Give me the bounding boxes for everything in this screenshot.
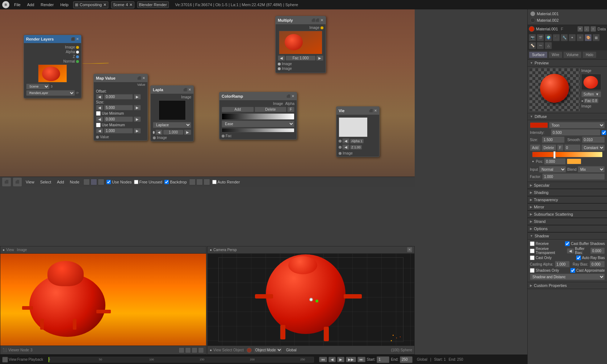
material-item-1[interactable]: Material.001: [529, 10, 606, 17]
backdrop-icon-3[interactable]: [204, 179, 210, 185]
compositing-tab[interactable]: ⊞ Compositing ✕: [73, 1, 108, 8]
offset-input[interactable]: [104, 94, 133, 100]
view-icon-3[interactable]: [192, 347, 197, 353]
props-icon-world[interactable]: 🌍: [545, 34, 552, 41]
options-section-header[interactable]: ▶ Options: [528, 225, 607, 232]
renderer-select[interactable]: Blender Render: [137, 1, 169, 8]
shadow-section-header[interactable]: ▼ Shadow: [528, 232, 607, 240]
blend-select[interactable]: Mix: [578, 166, 605, 173]
laplace-type-select[interactable]: Laplace: [153, 122, 191, 128]
size-input[interactable]: [104, 105, 133, 110]
props-icon-physics[interactable]: ⚛: [577, 34, 584, 41]
max-input[interactable]: [104, 128, 133, 134]
use-nodes-toggle[interactable]: Use Nodes: [106, 180, 131, 184]
play-btn[interactable]: ⏮: [319, 357, 327, 362]
offset-inc[interactable]: ▶: [134, 94, 141, 100]
scene-tab[interactable]: Scene 4 ✕: [111, 1, 134, 8]
play-fwd-btn[interactable]: ▶: [337, 357, 344, 362]
max-dec[interactable]: ◀: [96, 128, 103, 134]
auto-ray-bias-checkbox[interactable]: Auto Ray Bias: [576, 255, 605, 260]
auto-render-toggle[interactable]: Auto Render: [212, 180, 240, 184]
transparency-section-header[interactable]: ▶ Transparency: [528, 196, 607, 203]
pos-input[interactable]: [544, 158, 566, 165]
offset-dec[interactable]: ◀: [96, 94, 103, 100]
use-max-checkbox[interactable]: [96, 123, 101, 127]
smooth-input[interactable]: [582, 136, 605, 143]
free-unused-toggle[interactable]: Free Unused: [134, 180, 163, 184]
scene-select[interactable]: Scene: [26, 84, 50, 89]
size-dec[interactable]: ◀: [96, 105, 103, 110]
next-frame-btn[interactable]: ▶▶: [346, 357, 356, 362]
node-view-icon[interactable]: ⬛: [13, 178, 22, 186]
timeline-icon[interactable]: [2, 357, 8, 363]
props-icon-render[interactable]: 🎬: [537, 34, 544, 41]
casting-alpha-input[interactable]: [555, 261, 570, 267]
diffuse-section-header[interactable]: ▼ Diffuse: [528, 113, 607, 120]
tab-surface[interactable]: Surface: [529, 51, 548, 58]
receive-transparent-checkbox[interactable]: Receive Transparent: [530, 247, 565, 255]
cast-buffer-shadows-checkbox[interactable]: Cast Buffer Shadows: [565, 241, 605, 246]
diffuse-color-swatch[interactable]: [530, 122, 548, 128]
ramp-color-box[interactable]: [567, 158, 581, 164]
node-select-menu[interactable]: Select: [38, 179, 53, 185]
custom-props-section-header[interactable]: ▶ Custom Properties: [528, 282, 607, 289]
fac-inc[interactable]: ▶: [184, 130, 191, 135]
prev-frame-btn[interactable]: ◀: [328, 357, 336, 362]
shadow-distance-select[interactable]: Shadow and Distanc: [530, 274, 605, 280]
alpha-dec[interactable]: ◀: [342, 138, 349, 144]
fac-dec-multiply[interactable]: ◀: [278, 55, 285, 61]
mat-add-icon[interactable]: +: [577, 26, 583, 32]
tab-volume[interactable]: Volume: [563, 51, 582, 58]
ramp-toggle[interactable]: Ramp: [602, 130, 607, 135]
diffuse-type-select[interactable]: Toon: [549, 122, 605, 128]
preview-section-header[interactable]: ▼ Preview: [528, 59, 607, 67]
toolbar-icon-2[interactable]: [91, 179, 97, 185]
node-mode-icon[interactable]: ⬛: [2, 178, 11, 186]
sss-section-header[interactable]: ▶ Subsurface Scattering: [528, 211, 607, 218]
end-frame-input[interactable]: [400, 356, 413, 363]
props-icon-curve[interactable]: 〜: [537, 42, 544, 49]
start-frame-input[interactable]: [377, 356, 389, 363]
ease-select[interactable]: Ease: [222, 120, 294, 127]
colorramp-add[interactable]: Add: [222, 107, 254, 112]
soften-btn[interactable]: Soften ▼: [581, 91, 601, 97]
ramp-val-input[interactable]: [564, 144, 581, 151]
mat-copy-icon[interactable]: ↑: [590, 26, 596, 32]
tab-wire[interactable]: Wire: [548, 51, 562, 58]
mirror-section-header[interactable]: ▶ Mirror: [528, 203, 607, 211]
specular-section-header[interactable]: ▶ Specular: [528, 182, 607, 189]
material-item-2[interactable]: Material.002: [529, 17, 606, 24]
camera-close-btn[interactable]: ✕: [407, 247, 412, 252]
toolbar-icon-3[interactable]: [98, 179, 104, 185]
intensity-input[interactable]: [551, 129, 600, 136]
backdrop-icon-1[interactable]: [189, 179, 196, 185]
props-icon-bone[interactable]: 🦴: [529, 42, 536, 49]
tab-halo[interactable]: Halo: [582, 51, 596, 58]
menu-help[interactable]: Help: [58, 2, 70, 8]
props-icon-camera[interactable]: 📷: [529, 34, 536, 41]
ramp-f-btn[interactable]: F: [557, 144, 564, 151]
ramp-delete-btn[interactable]: Delete: [541, 144, 556, 151]
view-icon-1[interactable]: [179, 347, 184, 353]
props-icon-mesh[interactable]: △: [545, 42, 552, 49]
view-icon-4[interactable]: [198, 347, 204, 353]
props-icon-texture[interactable]: ▦: [593, 34, 600, 41]
timeline-ruler[interactable]: 0 50 100 150 200 250: [48, 357, 314, 363]
menu-render[interactable]: Render: [39, 2, 55, 8]
ray-bias-input[interactable]: [590, 261, 605, 267]
buffer-bias-dec[interactable]: ◀: [567, 248, 574, 254]
receive-checkbox[interactable]: Receive: [530, 241, 549, 246]
buffer-bias-input[interactable]: [590, 247, 605, 254]
end-frame-btn[interactable]: ⏭: [357, 357, 365, 362]
use-min-checkbox[interactable]: [96, 111, 101, 116]
object-mode-select[interactable]: Object Mode: [253, 347, 282, 353]
mat-del-icon[interactable]: -: [584, 26, 590, 32]
size-inc[interactable]: ▶: [134, 105, 141, 110]
cast-approximate-checkbox[interactable]: Cast Approximate: [570, 268, 605, 273]
factor-input[interactable]: [542, 173, 605, 180]
props-icon-object[interactable]: ⬛: [553, 34, 560, 41]
min-inc[interactable]: ▶: [134, 117, 141, 122]
strand-section-header[interactable]: ▶ Strand: [528, 218, 607, 225]
input-select[interactable]: Normal: [539, 166, 566, 173]
shadows-only-checkbox[interactable]: Shadows Only: [530, 268, 559, 273]
